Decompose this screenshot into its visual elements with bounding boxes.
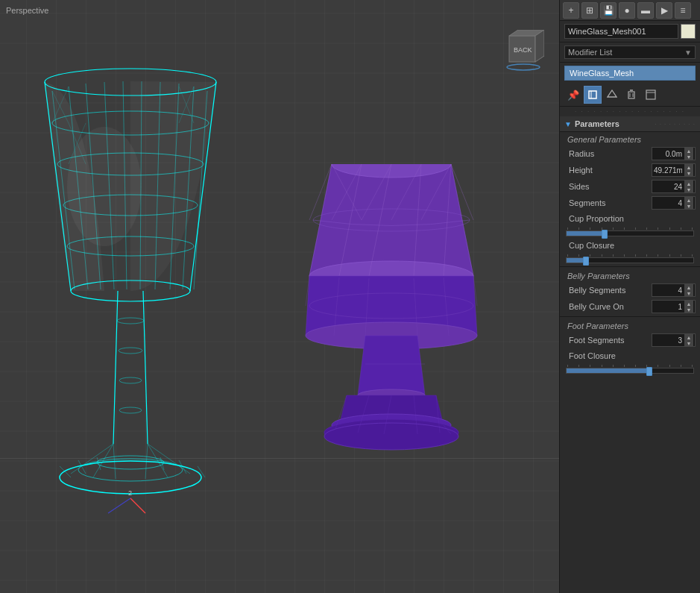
cup-closure-row: Cup Closure — [560, 238, 700, 253]
sides-input[interactable] — [654, 183, 684, 191]
svg-point-32 — [119, 348, 142, 354]
height-label: Height — [569, 166, 652, 175]
belly-segments-input[interactable] — [654, 286, 684, 295]
foot-closure-thumb[interactable] — [646, 367, 652, 376]
foot-segments-up[interactable]: ▲ — [684, 334, 693, 340]
cup-closure-slider[interactable] — [566, 257, 694, 263]
foot-closure-slider[interactable] — [566, 368, 694, 374]
foot-segments-input[interactable] — [654, 336, 684, 345]
sides-down[interactable]: ▼ — [684, 186, 693, 192]
svg-point-37 — [97, 456, 164, 469]
sides-value[interactable]: ▲ ▼ — [652, 180, 696, 193]
segments-spinners: ▲ ▼ — [684, 197, 693, 209]
belly-segments-down[interactable]: ▼ — [684, 290, 693, 296]
svg-point-4 — [507, 64, 540, 70]
height-row: Height ▲ ▼ — [560, 162, 700, 178]
height-down[interactable]: ▼ — [684, 170, 693, 176]
svg-line-29 — [113, 291, 118, 444]
modifier-icon-btn[interactable] — [584, 86, 602, 104]
delete-icon-btn[interactable] — [622, 86, 640, 104]
grid-button[interactable]: ⊞ — [581, 2, 598, 19]
render-button[interactable]: ▬ — [637, 2, 654, 19]
segments-value[interactable]: ▲ ▼ — [652, 196, 696, 210]
parameters-section-header[interactable]: ▼ Parameters · · · · · · · · · — [560, 116, 700, 132]
cup-proportion-slider[interactable] — [566, 230, 694, 236]
svg-rect-89 — [589, 91, 596, 98]
svg-text:BACK: BACK — [514, 46, 532, 54]
sides-up[interactable]: ▲ — [684, 181, 693, 186]
belly-curve-input[interactable] — [654, 303, 684, 311]
belly-segments-label: Belly Segments — [569, 286, 652, 295]
cup-proportion-ticks — [560, 226, 700, 238]
cup-closure-label: Cup Closure — [569, 241, 696, 250]
color-swatch[interactable] — [681, 24, 696, 39]
camera-cube[interactable]: BACK — [503, 30, 544, 71]
svg-line-48 — [148, 444, 168, 477]
radius-input[interactable] — [654, 150, 684, 158]
radius-down[interactable]: ▼ — [684, 154, 693, 160]
svg-line-49 — [148, 444, 190, 474]
svg-rect-96 — [646, 90, 655, 99]
top-toolbar: + ⊞ 💾 ● ▬ ▶ ≡ — [560, 0, 700, 21]
geometry-icon-btn[interactable] — [603, 86, 621, 104]
pin-icon-btn[interactable]: 📌 — [564, 86, 582, 104]
menu-button[interactable]: ≡ — [675, 2, 691, 19]
svg-line-30 — [143, 291, 148, 444]
cup-proportion-label: Cup Proportion — [569, 214, 696, 223]
foot-closure-row: Foot Closure — [560, 348, 700, 363]
height-value[interactable]: ▲ ▼ — [652, 163, 696, 177]
segments-down[interactable]: ▼ — [684, 203, 693, 209]
dots-separator: · · · · · · · · · · · · · · · · · · — [560, 107, 700, 116]
wineglass-wireframe: 2 — [30, 37, 239, 552]
belly-curve-value[interactable]: ▲ ▼ — [652, 300, 696, 313]
svg-marker-91 — [608, 90, 617, 97]
section-dots: · · · · · · · · · — [655, 121, 696, 128]
radius-up[interactable]: ▲ — [684, 148, 693, 154]
properties-icon-btn[interactable] — [642, 86, 660, 104]
belly-segments-up[interactable]: ▲ — [684, 284, 693, 290]
svg-line-39 — [78, 460, 86, 474]
viewport[interactable]: Perspective BACK — [0, 0, 559, 593]
sides-row: Sides ▲ ▼ — [560, 178, 700, 195]
radius-row: Radius ▲ ▼ — [560, 145, 700, 162]
belly-curve-down[interactable]: ▼ — [684, 307, 693, 313]
divider-1 — [560, 266, 700, 267]
svg-point-33 — [119, 377, 142, 383]
divider-2 — [560, 316, 700, 317]
svg-point-34 — [119, 407, 142, 413]
height-up[interactable]: ▲ — [684, 164, 693, 170]
radius-value[interactable]: ▲ ▼ — [652, 147, 696, 160]
segments-row: Segments ▲ ▼ — [560, 195, 700, 211]
belly-segments-value[interactable]: ▲ ▼ — [652, 283, 696, 297]
svg-rect-92 — [628, 92, 634, 98]
save-button[interactable]: 💾 — [600, 2, 617, 19]
sphere-button[interactable]: ● — [619, 2, 635, 19]
add-button[interactable]: + — [563, 2, 579, 19]
modifier-item[interactable]: WineGlass_Mesh — [564, 66, 696, 81]
belly-params-header: Belly Parameters — [560, 269, 700, 282]
radius-label: Radius — [569, 149, 652, 158]
svg-line-38 — [60, 466, 71, 477]
cup-proportion-thumb[interactable] — [602, 230, 608, 239]
foot-segments-value[interactable]: ▲ ▼ — [652, 333, 696, 347]
height-input[interactable] — [654, 166, 684, 175]
section-arrow: ▼ — [564, 120, 572, 128]
play-button[interactable]: ▶ — [656, 2, 672, 19]
segments-input[interactable] — [654, 199, 684, 207]
belly-curve-up[interactable]: ▲ — [684, 301, 693, 307]
foot-segments-down[interactable]: ▼ — [684, 340, 693, 346]
cup-closure-thumb[interactable] — [583, 257, 589, 266]
svg-line-44 — [71, 444, 113, 474]
foot-params-header: Foot Parameters — [560, 319, 700, 332]
object-name-field[interactable]: WineGlass_Mesh001 — [564, 24, 678, 39]
foot-segments-spinners: ▲ ▼ — [684, 334, 693, 346]
modifier-list-dropdown[interactable]: Modifier List ▼ — [564, 46, 696, 59]
cup-proportion-fill — [567, 231, 605, 236]
segments-label: Segments — [569, 198, 652, 207]
svg-line-45 — [93, 444, 113, 477]
foot-closure-ticks — [560, 363, 700, 375]
foot-closure-fill — [567, 368, 649, 373]
foot-segments-label: Foot Segments — [569, 336, 652, 345]
segments-up[interactable]: ▲ — [684, 197, 693, 203]
foot-segments-row: Foot Segments ▲ ▼ — [560, 332, 700, 348]
